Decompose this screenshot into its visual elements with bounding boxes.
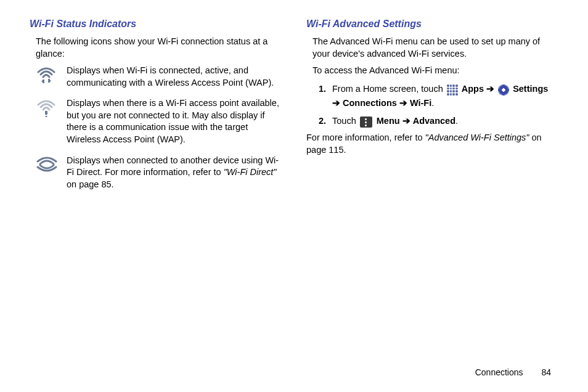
step-num: 1.	[312, 82, 326, 110]
wifi-advanced-intro2: To access the Advanced Wi-Fi menu:	[306, 65, 558, 77]
dot: .	[455, 116, 458, 126]
footer-page: 84	[541, 367, 551, 377]
wifi-advanced-intro1: The Advanced Wi-Fi menu can be used to s…	[306, 36, 558, 60]
svg-point-3	[46, 116, 47, 118]
arrow-icon: ➔	[399, 98, 407, 108]
wifi-advanced-title: Wi-Fi Advanced Settings	[306, 18, 558, 30]
arrow-icon: ➔	[486, 84, 494, 94]
wifi-direct-icon	[36, 155, 58, 174]
wifi-available-desc: Displays when there is a Wi-Fi access po…	[67, 97, 282, 145]
status-row-connected: Displays when Wi-Fi is connected, active…	[30, 65, 282, 89]
step-body: From a Home screen, touch Apps ➔ Setting…	[332, 82, 558, 110]
menu-dots-icon	[360, 116, 372, 128]
step-num: 2.	[312, 114, 326, 128]
svg-rect-1	[48, 79, 50, 83]
settings-label: Settings	[513, 84, 548, 94]
connections-label: Connections	[343, 98, 397, 108]
steps-list: 1. From a Home screen, touch Apps ➔ Sett…	[306, 82, 558, 129]
desc-ref: "Wi-Fi Direct"	[224, 167, 277, 177]
step-2: 2. Touch Menu ➔ Advanced.	[312, 114, 558, 128]
more-ref: "Advanced Wi-Fi Settings"	[425, 133, 529, 142]
wifi-available-icon	[36, 97, 58, 117]
svg-rect-0	[43, 80, 44, 83]
wifi-direct-desc: Displays when connected to another devic…	[67, 155, 282, 191]
wifi-active-desc: Displays when Wi-Fi is connected, active…	[67, 65, 282, 89]
left-column: Wi-Fi Status Indicators The following ic…	[30, 18, 282, 199]
arrow-icon: ➔	[332, 98, 340, 108]
apps-grid-icon	[447, 84, 458, 96]
wifi-active-icon	[36, 65, 58, 84]
step-body: Touch Menu ➔ Advanced.	[332, 114, 558, 128]
page-footer: Connections 84	[475, 367, 551, 377]
footer-section: Connections	[475, 367, 523, 377]
desc-post: on page 85.	[67, 179, 114, 189]
dot: .	[431, 98, 434, 108]
settings-gear-icon	[498, 84, 509, 96]
step-1: 1. From a Home screen, touch Apps ➔ Sett…	[312, 82, 558, 110]
more-info: For more information, refer to "Advanced…	[306, 132, 558, 156]
advanced-label: Advanced	[413, 116, 455, 126]
wifi-label: Wi-Fi	[410, 98, 431, 108]
right-column: Wi-Fi Advanced Settings The Advanced Wi-…	[306, 18, 558, 199]
status-row-direct: Displays when connected to another devic…	[30, 155, 282, 191]
wifi-status-intro: The following icons show your Wi-Fi conn…	[30, 36, 282, 60]
menu-label: Menu	[377, 116, 400, 126]
step-pre: Touch	[332, 116, 356, 126]
apps-label: Apps	[462, 84, 484, 94]
svg-rect-2	[45, 111, 47, 115]
more-pre: For more information, refer to	[306, 133, 425, 142]
wifi-status-title: Wi-Fi Status Indicators	[30, 18, 282, 30]
status-row-available: Displays when there is a Wi-Fi access po…	[30, 97, 282, 145]
step-pre: From a Home screen, touch	[332, 84, 443, 94]
arrow-icon: ➔	[402, 116, 410, 126]
